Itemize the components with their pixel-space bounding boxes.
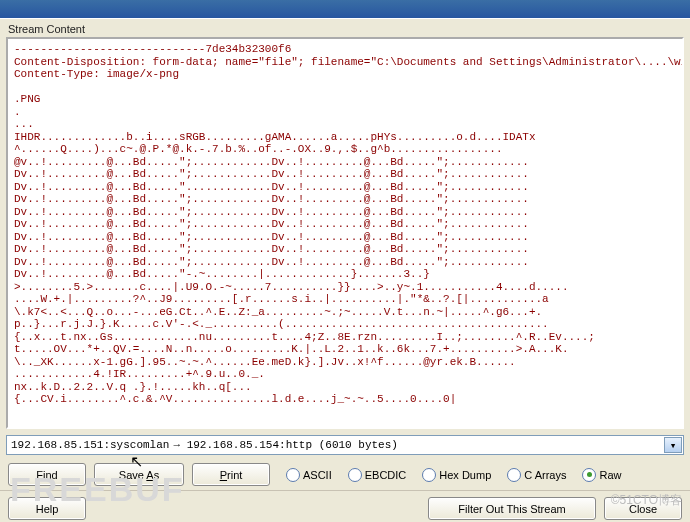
radio-icon bbox=[286, 468, 300, 482]
ascii-radio[interactable]: ASCII bbox=[286, 468, 332, 482]
byte-count: (6010 bytes) bbox=[319, 439, 398, 451]
radio-icon bbox=[348, 468, 362, 482]
chevron-down-icon[interactable]: ▾ bbox=[664, 437, 682, 453]
bottom-toolbar: Help Filter Out This Stream Close bbox=[0, 490, 690, 522]
radio-icon bbox=[422, 468, 436, 482]
close-button[interactable]: Close bbox=[604, 497, 682, 520]
section-label: Stream Content bbox=[0, 18, 690, 37]
radio-icon bbox=[582, 468, 596, 482]
stream-selector[interactable]: 192.168.85.151:syscomlan → 192.168.85.15… bbox=[6, 435, 684, 455]
toolbar: Find Save As Print ASCII EBCDIC Hex Dump… bbox=[0, 459, 690, 490]
arrow-icon: → bbox=[173, 439, 180, 451]
hexdump-radio[interactable]: Hex Dump bbox=[422, 468, 491, 482]
ebcdic-radio[interactable]: EBCDIC bbox=[348, 468, 407, 482]
stream-content[interactable]: -----------------------------7de34b32300… bbox=[6, 37, 684, 429]
filter-out-button[interactable]: Filter Out This Stream bbox=[428, 497, 596, 520]
find-button[interactable]: Find bbox=[8, 463, 86, 486]
window-titlebar bbox=[0, 0, 690, 18]
dst-endpoint: 192.168.85.154:http bbox=[187, 439, 312, 451]
carrays-radio[interactable]: C Arrays bbox=[507, 468, 566, 482]
print-button[interactable]: Print bbox=[192, 463, 270, 486]
help-button[interactable]: Help bbox=[8, 497, 86, 520]
raw-radio[interactable]: Raw bbox=[582, 468, 621, 482]
save-as-button[interactable]: Save As bbox=[94, 463, 184, 486]
src-endpoint: 192.168.85.151:syscomlan bbox=[11, 439, 169, 451]
radio-icon bbox=[507, 468, 521, 482]
